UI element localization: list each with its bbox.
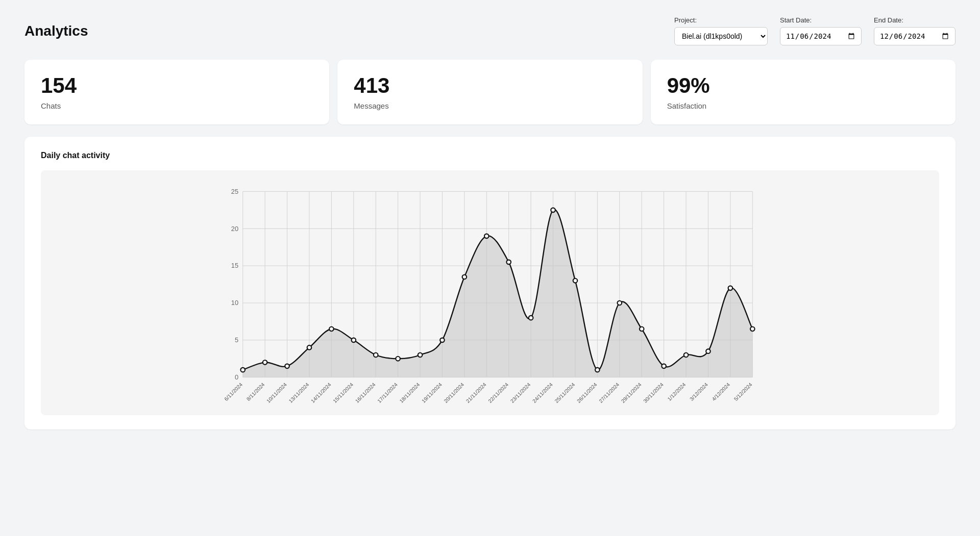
stat-card: 154 Chats: [24, 60, 329, 124]
stat-value: 99%: [667, 74, 939, 97]
svg-point-49: [529, 316, 533, 320]
svg-text:8/11/2024: 8/11/2024: [246, 381, 266, 402]
svg-text:13/11/2024: 13/11/2024: [288, 381, 310, 404]
svg-text:25/11/2024: 25/11/2024: [554, 381, 576, 404]
svg-point-36: [240, 368, 245, 372]
svg-point-45: [440, 338, 445, 343]
svg-text:15/11/2024: 15/11/2024: [332, 381, 354, 404]
chart-container: 05101520256/11/20248/11/202410/11/202413…: [41, 170, 939, 415]
stat-label: Messages: [354, 101, 626, 110]
svg-point-59: [750, 327, 755, 331]
svg-text:10/11/2024: 10/11/2024: [265, 381, 288, 404]
svg-point-53: [618, 301, 622, 305]
svg-text:19/11/2024: 19/11/2024: [421, 381, 443, 404]
stat-label: Satisfaction: [667, 101, 939, 110]
svg-text:18/11/2024: 18/11/2024: [399, 381, 421, 404]
svg-text:4/12/2024: 4/12/2024: [711, 381, 731, 402]
svg-text:0: 0: [235, 373, 238, 381]
svg-point-38: [285, 364, 289, 369]
stats-row: 154 Chats 413 Messages 99% Satisfaction: [24, 60, 955, 124]
filters: Project: Biel.ai (dl1kps0old) Start Date…: [674, 16, 955, 45]
svg-text:15: 15: [231, 262, 238, 270]
chart-title: Daily chat activity: [41, 151, 939, 160]
svg-text:27/11/2024: 27/11/2024: [598, 381, 620, 404]
end-date-label: End Date:: [874, 16, 955, 24]
page-title: Analytics: [24, 23, 88, 39]
svg-text:24/11/2024: 24/11/2024: [531, 381, 554, 404]
end-date-filter-group: End Date:: [874, 16, 955, 45]
svg-point-48: [506, 260, 511, 265]
end-date-input[interactable]: [874, 27, 955, 45]
svg-text:29/11/2024: 29/11/2024: [620, 381, 643, 404]
start-date-filter-group: Start Date:: [780, 16, 862, 45]
page-header: Analytics Project: Biel.ai (dl1kps0old) …: [24, 16, 955, 45]
svg-point-41: [352, 338, 356, 343]
svg-point-42: [374, 353, 378, 358]
svg-point-47: [484, 234, 489, 239]
svg-point-50: [551, 208, 555, 213]
svg-text:20/11/2024: 20/11/2024: [443, 381, 465, 404]
project-select[interactable]: Biel.ai (dl1kps0old): [674, 27, 768, 45]
svg-text:1/12/2024: 1/12/2024: [667, 381, 687, 402]
stat-card: 413 Messages: [337, 60, 642, 124]
svg-point-55: [662, 364, 666, 369]
stat-value: 413: [354, 74, 626, 97]
svg-point-51: [573, 278, 578, 283]
svg-point-44: [418, 353, 423, 358]
project-label: Project:: [674, 16, 768, 24]
svg-point-54: [640, 327, 644, 331]
svg-text:14/11/2024: 14/11/2024: [310, 381, 332, 404]
svg-point-46: [462, 275, 467, 279]
svg-point-43: [396, 356, 400, 361]
svg-point-40: [329, 327, 334, 331]
svg-point-39: [307, 345, 312, 350]
svg-text:22/11/2024: 22/11/2024: [487, 381, 509, 404]
stat-label: Chats: [41, 101, 313, 110]
chart-card: Daily chat activity 05101520256/11/20248…: [24, 137, 955, 429]
svg-text:10: 10: [231, 299, 238, 307]
svg-point-37: [263, 360, 267, 365]
svg-point-52: [595, 368, 600, 372]
svg-text:5/12/2024: 5/12/2024: [733, 381, 753, 402]
start-date-label: Start Date:: [780, 16, 862, 24]
svg-text:26/11/2024: 26/11/2024: [576, 381, 598, 404]
svg-text:17/11/2024: 17/11/2024: [376, 381, 399, 404]
svg-point-57: [706, 349, 710, 354]
svg-text:21/11/2024: 21/11/2024: [465, 381, 487, 404]
start-date-input[interactable]: [780, 27, 862, 45]
svg-point-58: [728, 286, 733, 291]
svg-text:5: 5: [235, 336, 238, 344]
svg-text:16/11/2024: 16/11/2024: [354, 381, 377, 404]
svg-text:6/11/2024: 6/11/2024: [223, 381, 243, 402]
svg-text:30/11/2024: 30/11/2024: [642, 381, 665, 404]
svg-text:25: 25: [231, 188, 238, 195]
svg-text:23/11/2024: 23/11/2024: [509, 381, 532, 404]
stat-value: 154: [41, 74, 313, 97]
svg-point-56: [684, 353, 689, 358]
project-filter-group: Project: Biel.ai (dl1kps0old): [674, 16, 768, 45]
svg-text:3/12/2024: 3/12/2024: [689, 381, 709, 402]
svg-text:20: 20: [231, 225, 238, 233]
stat-card: 99% Satisfaction: [651, 60, 955, 124]
activity-chart: 05101520256/11/20248/11/202410/11/202413…: [49, 181, 931, 410]
